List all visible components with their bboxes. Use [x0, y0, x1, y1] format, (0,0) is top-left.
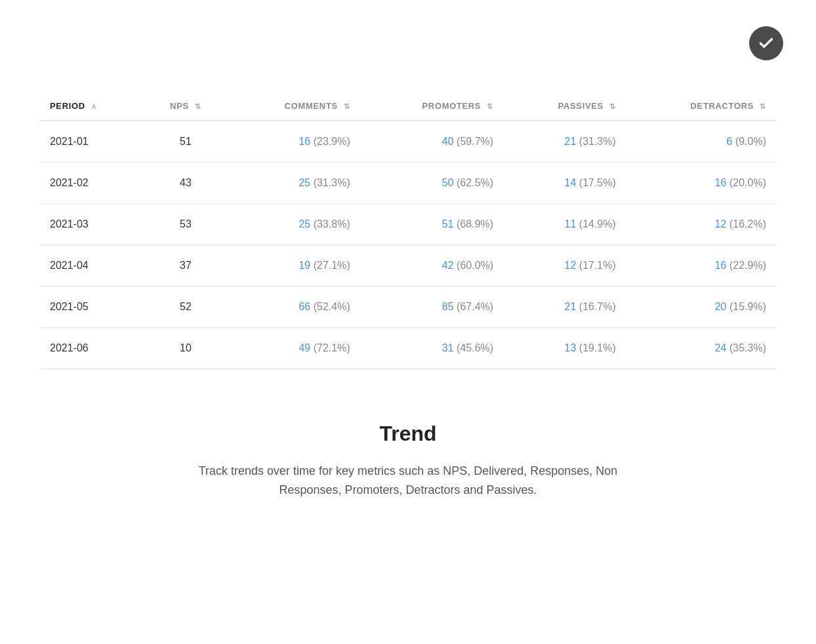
table-row[interactable]: 2021-02 43 25 (31.3%) 50 (62.5%) 14 (17.… — [39, 163, 777, 204]
cell-passives-2: 11 (14.9%) — [504, 204, 626, 245]
cell-detractors-0: 6 (9.0%) — [626, 121, 777, 163]
table-row[interactable]: 2021-05 52 66 (52.4%) 85 (67.4%) 21 (16.… — [39, 287, 777, 328]
table-row[interactable]: 2021-01 51 16 (23.9%) 40 (59.7%) 21 (31.… — [39, 121, 777, 163]
cell-promoters-0: 40 (59.7%) — [361, 121, 504, 163]
cell-detractors-4: 20 (15.9%) — [626, 287, 777, 328]
data-table: PERIOD ∧ NPS ⇅ COMMENTS ⇅ PROMOTERS ⇅ — [39, 92, 777, 369]
cell-period-1: 2021-02 — [39, 163, 145, 204]
trend-title: Trend — [39, 422, 777, 446]
period-sort-icon[interactable]: ∧ — [91, 102, 97, 111]
cell-promoters-3: 42 (60.0%) — [361, 245, 504, 287]
promoters-sort-icon[interactable]: ⇅ — [487, 102, 493, 111]
cell-detractors-2: 12 (16.2%) — [626, 204, 777, 245]
checkmark-button[interactable] — [749, 26, 783, 60]
detractors-sort-icon[interactable]: ⇅ — [760, 102, 766, 111]
cell-nps-3: 37 — [145, 245, 226, 287]
cell-comments-1: 25 (31.3%) — [226, 163, 361, 204]
passives-label: PASSIVES — [558, 101, 603, 111]
cell-nps-2: 53 — [145, 204, 226, 245]
cell-comments-3: 19 (27.1%) — [226, 245, 361, 287]
cell-nps-4: 52 — [145, 287, 226, 328]
table-row[interactable]: 2021-06 10 49 (72.1%) 31 (45.6%) 13 (19.… — [39, 328, 777, 369]
cell-promoters-2: 51 (68.9%) — [361, 204, 504, 245]
cell-detractors-1: 16 (20.0%) — [626, 163, 777, 204]
page-container: PERIOD ∧ NPS ⇅ COMMENTS ⇅ PROMOTERS ⇅ — [0, 0, 816, 644]
trend-description: Track trends over time for key metrics s… — [178, 462, 638, 500]
data-table-section: PERIOD ∧ NPS ⇅ COMMENTS ⇅ PROMOTERS ⇅ — [39, 92, 777, 369]
comments-label: COMMENTS — [285, 101, 338, 111]
nps-sort-icon[interactable]: ⇅ — [195, 102, 201, 111]
trend-section: Trend Track trends over time for key met… — [39, 422, 777, 500]
cell-nps-5: 10 — [145, 328, 226, 369]
col-header-detractors[interactable]: DETRACTORS ⇅ — [626, 92, 777, 121]
table-row[interactable]: 2021-03 53 25 (33.8%) 51 (68.9%) 11 (14.… — [39, 204, 777, 245]
cell-comments-0: 16 (23.9%) — [226, 121, 361, 163]
cell-passives-3: 12 (17.1%) — [504, 245, 626, 287]
col-header-promoters[interactable]: PROMOTERS ⇅ — [361, 92, 504, 121]
comments-sort-icon[interactable]: ⇅ — [344, 102, 350, 111]
cell-passives-4: 21 (16.7%) — [504, 287, 626, 328]
table-row[interactable]: 2021-04 37 19 (27.1%) 42 (60.0%) 12 (17.… — [39, 245, 777, 287]
promoters-label: PROMOTERS — [422, 101, 481, 111]
cell-promoters-5: 31 (45.6%) — [361, 328, 504, 369]
passives-sort-icon[interactable]: ⇅ — [609, 102, 616, 111]
cell-promoters-4: 85 (67.4%) — [361, 287, 504, 328]
cell-period-3: 2021-04 — [39, 245, 145, 287]
cell-promoters-1: 50 (62.5%) — [361, 163, 504, 204]
cell-passives-5: 13 (19.1%) — [504, 328, 626, 369]
col-header-comments[interactable]: COMMENTS ⇅ — [226, 92, 361, 121]
cell-comments-4: 66 (52.4%) — [226, 287, 361, 328]
cell-detractors-3: 16 (22.9%) — [626, 245, 777, 287]
cell-period-2: 2021-03 — [39, 204, 145, 245]
col-header-period[interactable]: PERIOD ∧ — [39, 92, 145, 121]
detractors-label: DETRACTORS — [691, 101, 754, 111]
col-header-nps[interactable]: NPS ⇅ — [145, 92, 226, 121]
col-header-passives[interactable]: PASSIVES ⇅ — [504, 92, 626, 121]
cell-passives-1: 14 (17.5%) — [504, 163, 626, 204]
period-label: PERIOD — [50, 101, 85, 111]
cell-detractors-5: 24 (35.3%) — [626, 328, 777, 369]
nps-label: NPS — [170, 101, 189, 111]
cell-comments-2: 25 (33.8%) — [226, 204, 361, 245]
cell-nps-1: 43 — [145, 163, 226, 204]
cell-passives-0: 21 (31.3%) — [504, 121, 626, 163]
cell-period-5: 2021-06 — [39, 328, 145, 369]
cell-period-4: 2021-05 — [39, 287, 145, 328]
cell-period-0: 2021-01 — [39, 121, 145, 163]
cell-comments-5: 49 (72.1%) — [226, 328, 361, 369]
cell-nps-0: 51 — [145, 121, 226, 163]
